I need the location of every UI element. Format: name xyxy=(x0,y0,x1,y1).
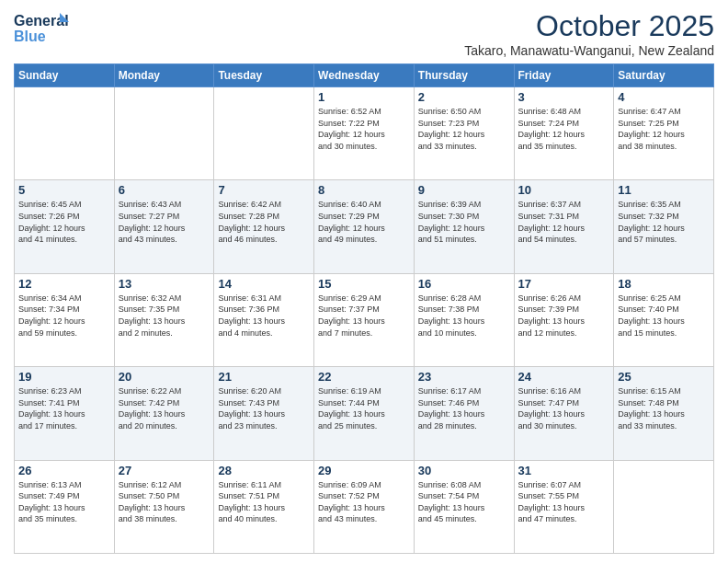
svg-text:Blue: Blue xyxy=(14,29,46,44)
day-number: 16 xyxy=(418,277,510,291)
day-number: 12 xyxy=(18,277,110,291)
month-title: October 2025 xyxy=(464,9,714,43)
day-info: Sunrise: 6:11 AM Sunset: 7:51 PM Dayligh… xyxy=(218,479,310,525)
day-info: Sunrise: 6:08 AM Sunset: 7:54 PM Dayligh… xyxy=(418,479,510,525)
table-row: 16Sunrise: 6:28 AM Sunset: 7:38 PM Dayli… xyxy=(414,273,514,366)
day-info: Sunrise: 6:45 AM Sunset: 7:26 PM Dayligh… xyxy=(18,199,110,245)
calendar-week-row: 26Sunrise: 6:13 AM Sunset: 7:49 PM Dayli… xyxy=(15,460,714,553)
day-info: Sunrise: 6:12 AM Sunset: 7:50 PM Dayligh… xyxy=(119,479,210,525)
calendar-week-row: 5Sunrise: 6:45 AM Sunset: 7:26 PM Daylig… xyxy=(15,180,714,273)
header-saturday: Saturday xyxy=(614,64,714,87)
table-row: 29Sunrise: 6:09 AM Sunset: 7:52 PM Dayli… xyxy=(314,460,415,553)
header-thursday: Thursday xyxy=(414,64,514,87)
day-number: 4 xyxy=(618,90,710,104)
day-info: Sunrise: 6:37 AM Sunset: 7:31 PM Dayligh… xyxy=(518,199,610,245)
day-info: Sunrise: 6:39 AM Sunset: 7:30 PM Dayligh… xyxy=(418,199,510,245)
table-row: 27Sunrise: 6:12 AM Sunset: 7:50 PM Dayli… xyxy=(114,460,214,553)
day-info: Sunrise: 6:22 AM Sunset: 7:42 PM Dayligh… xyxy=(119,385,210,431)
table-row: 4Sunrise: 6:47 AM Sunset: 7:25 PM Daylig… xyxy=(614,87,714,180)
table-row: 5Sunrise: 6:45 AM Sunset: 7:26 PM Daylig… xyxy=(15,180,115,273)
day-info: Sunrise: 6:19 AM Sunset: 7:44 PM Dayligh… xyxy=(318,385,410,431)
table-row: 20Sunrise: 6:22 AM Sunset: 7:42 PM Dayli… xyxy=(114,367,214,460)
table-row: 12Sunrise: 6:34 AM Sunset: 7:34 PM Dayli… xyxy=(15,273,115,366)
day-info: Sunrise: 6:43 AM Sunset: 7:27 PM Dayligh… xyxy=(119,199,210,245)
day-number: 1 xyxy=(318,90,410,104)
table-row: 7Sunrise: 6:42 AM Sunset: 7:28 PM Daylig… xyxy=(214,180,314,273)
day-info: Sunrise: 6:34 AM Sunset: 7:34 PM Dayligh… xyxy=(18,293,110,339)
day-number: 5 xyxy=(18,183,110,197)
table-row: 14Sunrise: 6:31 AM Sunset: 7:36 PM Dayli… xyxy=(214,273,314,366)
table-row: 10Sunrise: 6:37 AM Sunset: 7:31 PM Dayli… xyxy=(514,180,614,273)
day-number: 21 xyxy=(218,370,310,384)
day-info: Sunrise: 6:40 AM Sunset: 7:29 PM Dayligh… xyxy=(318,199,410,245)
day-info: Sunrise: 6:52 AM Sunset: 7:22 PM Dayligh… xyxy=(318,106,410,152)
table-row: 22Sunrise: 6:19 AM Sunset: 7:44 PM Dayli… xyxy=(314,367,415,460)
table-row: 15Sunrise: 6:29 AM Sunset: 7:37 PM Dayli… xyxy=(314,273,415,366)
day-number: 2 xyxy=(418,90,510,104)
table-row: 18Sunrise: 6:25 AM Sunset: 7:40 PM Dayli… xyxy=(614,273,714,366)
table-row: 11Sunrise: 6:35 AM Sunset: 7:32 PM Dayli… xyxy=(614,180,714,273)
header-sunday: Sunday xyxy=(15,64,115,87)
table-row: 19Sunrise: 6:23 AM Sunset: 7:41 PM Dayli… xyxy=(15,367,115,460)
logo: GeneralBlue xyxy=(14,9,69,46)
day-number: 18 xyxy=(618,277,710,291)
day-number: 22 xyxy=(318,370,410,384)
day-info: Sunrise: 6:25 AM Sunset: 7:40 PM Dayligh… xyxy=(618,293,710,339)
table-row: 25Sunrise: 6:15 AM Sunset: 7:48 PM Dayli… xyxy=(614,367,714,460)
table-row: 13Sunrise: 6:32 AM Sunset: 7:35 PM Dayli… xyxy=(114,273,214,366)
day-info: Sunrise: 6:32 AM Sunset: 7:35 PM Dayligh… xyxy=(119,293,210,339)
header-friday: Friday xyxy=(514,64,614,87)
day-info: Sunrise: 6:50 AM Sunset: 7:23 PM Dayligh… xyxy=(418,106,510,152)
day-number: 3 xyxy=(518,90,610,104)
day-info: Sunrise: 6:48 AM Sunset: 7:24 PM Dayligh… xyxy=(518,106,610,152)
header-wednesday: Wednesday xyxy=(314,64,415,87)
day-number: 23 xyxy=(418,370,510,384)
table-row: 1Sunrise: 6:52 AM Sunset: 7:22 PM Daylig… xyxy=(314,87,415,180)
logo-icon: GeneralBlue xyxy=(14,9,69,46)
table-row: 9Sunrise: 6:39 AM Sunset: 7:30 PM Daylig… xyxy=(414,180,514,273)
table-row xyxy=(214,87,314,180)
day-info: Sunrise: 6:26 AM Sunset: 7:39 PM Dayligh… xyxy=(518,293,610,339)
calendar-table: Sunday Monday Tuesday Wednesday Thursday… xyxy=(14,63,714,554)
day-info: Sunrise: 6:28 AM Sunset: 7:38 PM Dayligh… xyxy=(418,293,510,339)
day-info: Sunrise: 6:09 AM Sunset: 7:52 PM Dayligh… xyxy=(318,479,410,525)
day-number: 10 xyxy=(518,183,610,197)
day-number: 30 xyxy=(418,464,510,477)
day-info: Sunrise: 6:16 AM Sunset: 7:47 PM Dayligh… xyxy=(518,385,610,431)
table-row: 2Sunrise: 6:50 AM Sunset: 7:23 PM Daylig… xyxy=(414,87,514,180)
table-row: 30Sunrise: 6:08 AM Sunset: 7:54 PM Dayli… xyxy=(414,460,514,553)
day-info: Sunrise: 6:35 AM Sunset: 7:32 PM Dayligh… xyxy=(618,199,710,245)
day-number: 19 xyxy=(18,370,110,384)
day-number: 31 xyxy=(518,464,610,477)
header: GeneralBlue October 2025 Takaro, Manawat… xyxy=(14,9,714,58)
table-row: 31Sunrise: 6:07 AM Sunset: 7:55 PM Dayli… xyxy=(514,460,614,553)
day-number: 14 xyxy=(218,277,310,291)
day-number: 28 xyxy=(218,464,310,477)
calendar-week-row: 19Sunrise: 6:23 AM Sunset: 7:41 PM Dayli… xyxy=(15,367,714,460)
page: GeneralBlue October 2025 Takaro, Manawat… xyxy=(0,0,728,563)
calendar-week-row: 12Sunrise: 6:34 AM Sunset: 7:34 PM Dayli… xyxy=(15,273,714,366)
table-row: 3Sunrise: 6:48 AM Sunset: 7:24 PM Daylig… xyxy=(514,87,614,180)
table-row: 17Sunrise: 6:26 AM Sunset: 7:39 PM Dayli… xyxy=(514,273,614,366)
table-row: 8Sunrise: 6:40 AM Sunset: 7:29 PM Daylig… xyxy=(314,180,415,273)
day-info: Sunrise: 6:17 AM Sunset: 7:46 PM Dayligh… xyxy=(418,385,510,431)
day-number: 13 xyxy=(119,277,210,291)
day-number: 11 xyxy=(618,183,710,197)
table-row: 26Sunrise: 6:13 AM Sunset: 7:49 PM Dayli… xyxy=(15,460,115,553)
day-number: 7 xyxy=(218,183,310,197)
day-info: Sunrise: 6:29 AM Sunset: 7:37 PM Dayligh… xyxy=(318,293,410,339)
table-row: 24Sunrise: 6:16 AM Sunset: 7:47 PM Dayli… xyxy=(514,367,614,460)
table-row: 21Sunrise: 6:20 AM Sunset: 7:43 PM Dayli… xyxy=(214,367,314,460)
day-info: Sunrise: 6:20 AM Sunset: 7:43 PM Dayligh… xyxy=(218,385,310,431)
day-number: 15 xyxy=(318,277,410,291)
table-row xyxy=(114,87,214,180)
day-info: Sunrise: 6:13 AM Sunset: 7:49 PM Dayligh… xyxy=(18,479,110,525)
calendar-week-row: 1Sunrise: 6:52 AM Sunset: 7:22 PM Daylig… xyxy=(15,87,714,180)
day-number: 24 xyxy=(518,370,610,384)
day-number: 29 xyxy=(318,464,410,477)
table-row: 6Sunrise: 6:43 AM Sunset: 7:27 PM Daylig… xyxy=(114,180,214,273)
day-info: Sunrise: 6:15 AM Sunset: 7:48 PM Dayligh… xyxy=(618,385,710,431)
table-row xyxy=(15,87,115,180)
header-tuesday: Tuesday xyxy=(214,64,314,87)
day-info: Sunrise: 6:07 AM Sunset: 7:55 PM Dayligh… xyxy=(518,479,610,525)
